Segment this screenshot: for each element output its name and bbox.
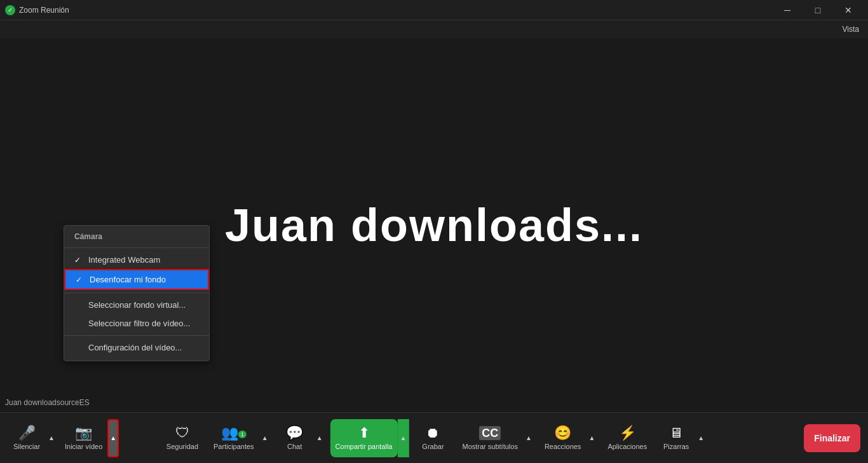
- menu-divider-1: [64, 247, 209, 248]
- ctx-label-filtro-video: Seleccionar filtro de vídeo...: [88, 319, 190, 328]
- reacciones-chevron[interactable]: ▲: [586, 419, 597, 457]
- iniciar-video-label: Iniciar vídeo: [65, 443, 102, 450]
- aplicaciones-button[interactable]: ⚡ Aplicaciones: [602, 419, 652, 457]
- compartir-group: ⬆ Compartir pantalla ▲: [330, 419, 409, 457]
- iniciar-video-button[interactable]: 📷 Iniciar vídeo: [60, 419, 107, 457]
- ctx-item-integrated-webcam[interactable]: ✓ Integrated Webcam: [64, 251, 209, 269]
- participantes-label: Participantes: [214, 443, 254, 450]
- compartir-chevron[interactable]: ▲: [397, 419, 409, 457]
- chat-group: 💬 Chat ▲: [276, 419, 325, 457]
- silenciar-label: Silenciar: [13, 443, 40, 450]
- reacciones-button[interactable]: 😊 Reacciones: [539, 419, 586, 457]
- check-icon-desenfocar: ✓: [76, 275, 85, 284]
- status-bar: Juan downloadsourceES: [5, 398, 90, 407]
- ctx-label-fondo-virtual: Seleccionar fondo virtual...: [88, 300, 186, 310]
- chat-label: Chat: [287, 443, 302, 450]
- iniciar-video-group: 📷 Iniciar vídeo ▲: [60, 419, 119, 457]
- close-button[interactable]: ✕: [834, 0, 863, 20]
- silenciar-button[interactable]: 🎤 Silenciar: [8, 419, 46, 457]
- pizarras-label: Pizarras: [663, 443, 689, 450]
- titlebar-left: ✓ Zoom Reunión: [5, 5, 69, 15]
- main-content: Juan downloads... Juan downloadsourceES …: [0, 38, 868, 412]
- minimize-button[interactable]: ─: [773, 0, 802, 20]
- participantes-chevron[interactable]: ▲: [259, 419, 271, 457]
- ctx-item-filtro-video[interactable]: Seleccionar filtro de vídeo...: [64, 314, 209, 333]
- chat-icon: 💬: [286, 426, 303, 440]
- zoom-icon: ✓: [5, 5, 15, 15]
- seguridad-group: 🛡 Seguridad: [161, 419, 203, 457]
- grabar-label: Grabar: [422, 443, 444, 450]
- ctx-label-webcam: Integrated Webcam: [88, 255, 160, 265]
- subtitulos-button[interactable]: CC Mostrar subtítulos: [457, 419, 522, 457]
- participant-display: Juan downloads...: [225, 199, 643, 251]
- silenciar-group: 🎤 Silenciar ▲: [8, 419, 57, 457]
- subtitulos-group: CC Mostrar subtítulos ▲: [457, 419, 534, 457]
- context-menu-title: Cámara: [64, 230, 209, 245]
- silenciar-chevron[interactable]: ▲: [46, 419, 57, 457]
- maximize-button[interactable]: □: [803, 0, 832, 20]
- subtitulos-label: Mostrar subtítulos: [462, 443, 517, 450]
- ctx-label-config-video: Configuración del vídeo...: [88, 343, 182, 352]
- seguridad-label: Seguridad: [166, 443, 198, 450]
- participants-icon: 👥1: [221, 426, 247, 440]
- subtitulos-chevron[interactable]: ▲: [523, 419, 534, 457]
- participants-badge: 1: [238, 431, 247, 438]
- ctx-item-config-video[interactable]: Configuración del vídeo...: [64, 338, 209, 357]
- aplicaciones-group: ⚡ Aplicaciones: [602, 419, 652, 457]
- aplicaciones-label: Aplicaciones: [607, 443, 647, 450]
- participantes-button[interactable]: 👥1 Participantes: [208, 419, 259, 457]
- apps-icon: ⚡: [619, 426, 636, 440]
- reactions-icon: 😊: [554, 426, 571, 440]
- pizarras-chevron[interactable]: ▲: [695, 419, 707, 457]
- toolbar-right: Finalizar: [804, 424, 860, 452]
- toolbar-center: 🛡 Seguridad 👥1 Participantes ▲ 💬 Chat ▲ …: [161, 419, 707, 457]
- reacciones-group: 😊 Reacciones ▲: [539, 419, 597, 457]
- record-icon: ⏺: [426, 426, 440, 440]
- toolbar-left: 🎤 Silenciar ▲ 📷 Iniciar vídeo ▲: [8, 419, 119, 457]
- titlebar: ✓ Zoom Reunión ─ □ ✕: [0, 0, 868, 20]
- ctx-item-fondo-virtual[interactable]: Seleccionar fondo virtual...: [64, 296, 209, 314]
- check-icon-webcam: ✓: [74, 256, 83, 265]
- menu-divider-2: [64, 293, 209, 293]
- menu-divider-3: [64, 335, 209, 336]
- grabar-group: ⏺ Grabar: [414, 419, 452, 457]
- seguridad-button[interactable]: 🛡 Seguridad: [161, 419, 203, 457]
- window-controls: ─ □ ✕: [773, 0, 863, 20]
- grabar-button[interactable]: ⏺ Grabar: [414, 419, 452, 457]
- share-icon: ⬆: [358, 426, 370, 440]
- reacciones-label: Reacciones: [545, 443, 581, 450]
- shield-icon: 🛡: [175, 426, 189, 440]
- toolbar: 🎤 Silenciar ▲ 📷 Iniciar vídeo ▲ 🛡 Seguri…: [0, 412, 868, 463]
- compartir-label: Compartir pantalla: [336, 443, 393, 450]
- mic-icon: 🎤: [18, 426, 36, 440]
- context-menu: Cámara ✓ Integrated Webcam ✓ Desenfocar …: [64, 225, 210, 361]
- compartir-button[interactable]: ⬆ Compartir pantalla: [330, 419, 398, 457]
- pizarras-group: 🖥 Pizarras ▲: [657, 419, 707, 457]
- menubar-right: Vista: [839, 22, 863, 36]
- cc-icon: CC: [479, 426, 501, 440]
- ctx-item-desenfocar[interactable]: ✓ Desenfocar mi fondo: [64, 269, 209, 290]
- participantes-group: 👥1 Participantes ▲: [208, 419, 271, 457]
- menubar: Vista: [0, 20, 868, 38]
- ctx-label-desenfocar: Desenfocar mi fondo: [90, 275, 166, 284]
- pizarras-button[interactable]: 🖥 Pizarras: [657, 419, 695, 457]
- chat-chevron[interactable]: ▲: [314, 419, 325, 457]
- camera-icon: 📷: [75, 426, 92, 440]
- iniciar-video-chevron[interactable]: ▲: [107, 419, 119, 457]
- menu-item-vista[interactable]: Vista: [839, 22, 863, 36]
- chat-button[interactable]: 💬 Chat: [276, 419, 314, 457]
- window-title: Zoom Reunión: [19, 6, 69, 15]
- end-button[interactable]: Finalizar: [804, 424, 860, 452]
- whiteboard-icon: 🖥: [669, 426, 683, 440]
